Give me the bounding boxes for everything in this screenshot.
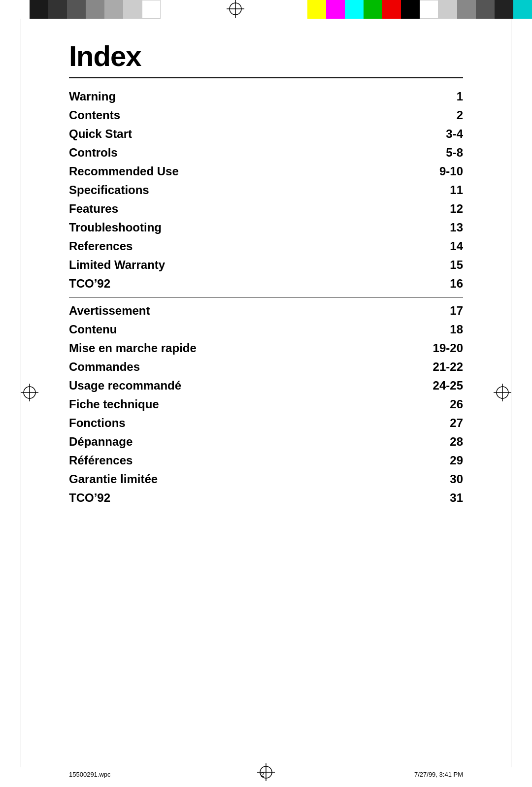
toc-page: 13 [345,218,463,237]
crosshair-bottom [257,763,275,783]
toc-label: Warning [69,87,345,106]
toc-label: Usage recommandé [69,376,345,395]
table-row: Fiche technique 26 [69,395,463,414]
swatch-lgray-r [438,0,457,19]
table-row: Commandes 21-22 [69,358,463,376]
swatch-cyan2 [513,0,532,19]
footer-left: 15500291.wpc [69,771,111,778]
table-row: Garantie limitée 30 [69,470,463,489]
crosshair-top [227,0,244,20]
toc-page: 17 [345,301,463,320]
crosshair-right [494,384,511,403]
toc-label: Dépannage [69,432,345,451]
toc-page: 14 [345,237,463,256]
table-row: Limited Warranty 15 [69,256,463,274]
swatch-cyan [345,0,364,19]
swatch-magenta [326,0,345,19]
swatch-white [142,0,161,19]
crosshair-top-icon [227,0,244,18]
toc-label: Troubleshooting [69,218,345,237]
table-row: Controls 5-8 [69,143,463,162]
divider-top [69,77,463,78]
toc-label: Références [69,451,345,470]
swatch-red [382,0,401,19]
swatch-gray1 [67,0,86,19]
top-color-bar [0,0,532,19]
table-row: Contenu 18 [69,320,463,339]
toc-label: References [69,237,345,256]
right-swatches [307,0,532,19]
toc-label: Garantie limitée [69,470,345,489]
swatch-gray3 [104,0,123,19]
swatch-black2 [48,0,67,19]
left-swatches [30,0,161,19]
toc-label: TCO’92 [69,274,345,293]
crosshair-right-icon [494,384,511,401]
table-row: Features 12 [69,199,463,218]
table-row: Recommended Use 9-10 [69,162,463,181]
toc-page: 27 [345,414,463,432]
toc-label: Fiche technique [69,395,345,414]
table-row: TCO’92 16 [69,274,463,293]
toc-label: Contenu [69,320,345,339]
swatch-green [364,0,382,19]
table-row: Références 29 [69,451,463,470]
table-row: Troubleshooting 13 [69,218,463,237]
toc-page: 5-8 [345,143,463,162]
section-divider [69,297,463,297]
toc-page: 2 [345,106,463,125]
table-row: Quick Start 3-4 [69,125,463,143]
toc-page: 26 [345,395,463,414]
swatch-vdgray-r [495,0,513,19]
table-row: Warning 1 [69,87,463,106]
french-toc: Avertissement 17 Contenu 18 Mise en marc… [69,301,463,507]
toc-page: 9-10 [345,162,463,181]
crosshair-bottom-icon [257,763,275,781]
table-row: Dépannage 28 [69,432,463,451]
table-row: Fonctions 27 [69,414,463,432]
toc-page: 1 [345,87,463,106]
table-row: Mise en marche rapide 19-20 [69,339,463,358]
crosshair-left [21,384,38,403]
toc-page: 19-20 [345,339,463,358]
main-content: Index Warning 1 Contents 2 Quick Start 3… [69,39,463,748]
table-row: References 14 [69,237,463,256]
english-toc: Warning 1 Contents 2 Quick Start 3-4 Con… [69,87,463,293]
toc-label: Limited Warranty [69,256,345,274]
toc-page: 31 [345,489,463,507]
toc-label: Quick Start [69,125,345,143]
swatch-black1 [30,0,48,19]
footer-right: 7/27/99, 3:41 PM [414,771,463,778]
swatch-white-r [420,0,438,19]
table-row: Specifications 11 [69,181,463,199]
table-row: TCO’92 31 [69,489,463,507]
toc-label: Features [69,199,345,218]
toc-page: 12 [345,199,463,218]
toc-label: Fonctions [69,414,345,432]
toc-page: 18 [345,320,463,339]
toc-label: Contents [69,106,345,125]
toc-page: 24-25 [345,376,463,395]
swatch-black-r [401,0,420,19]
crosshair-left-icon [21,384,38,401]
table-row: Usage recommandé 24-25 [69,376,463,395]
toc-page: 11 [345,181,463,199]
toc-page: 28 [345,432,463,451]
toc-label: Recommended Use [69,162,345,181]
toc-page: 21-22 [345,358,463,376]
toc-label: TCO’92 [69,489,345,507]
toc-page: 16 [345,274,463,293]
page-title: Index [69,39,463,72]
toc-label: Specifications [69,181,345,199]
swatch-yellow [307,0,326,19]
toc-page: 15 [345,256,463,274]
table-row: Contents 2 [69,106,463,125]
toc-page: 29 [345,451,463,470]
swatch-gray4 [123,0,142,19]
toc-label: Controls [69,143,345,162]
toc-label: Commandes [69,358,345,376]
swatch-gray2 [86,0,104,19]
toc-page: 30 [345,470,463,489]
toc-page: 3-4 [345,125,463,143]
toc-label: Avertissement [69,301,345,320]
